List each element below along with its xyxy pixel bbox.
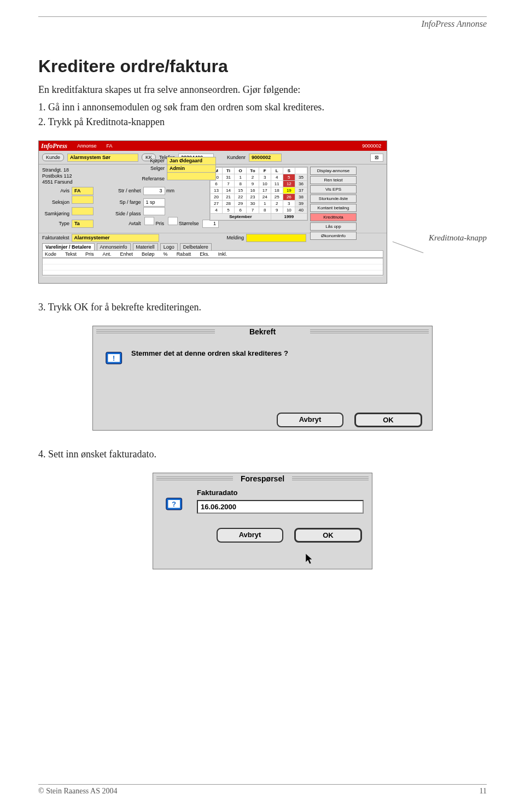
cursor-icon [306, 554, 314, 564]
date-calendar[interactable]: MTiOToFLS3031123453567891011123613141516… [209, 167, 308, 221]
ok-button[interactable]: OK [354, 413, 422, 427]
referanse-label: Referanse [132, 176, 165, 181]
str-field[interactable]: 3 [143, 187, 165, 195]
avis-field[interactable]: FA [72, 187, 94, 195]
question-icon: ? [164, 494, 186, 516]
kundenr-field[interactable]: 9000002 [249, 154, 282, 162]
type-field[interactable]: Ta [72, 220, 94, 228]
samkjoring-field[interactable] [72, 207, 94, 215]
kreditnota-button[interactable]: Kreditnota [310, 213, 357, 221]
melding-field[interactable] [246, 234, 306, 242]
sp-field[interactable]: 1 sp [143, 198, 165, 207]
fakturatekst-label: Fakturatekst [42, 235, 69, 240]
tab-annonseinfo[interactable]: Annonseinfo [97, 243, 131, 250]
samkjoring-label: Samkjøring [42, 211, 69, 216]
line-items-grid[interactable] [42, 258, 383, 275]
warning-icon: ! [104, 348, 126, 370]
bekreft-message: Stemmer det at denne ordren skal kredite… [131, 349, 288, 357]
col-belp: Beløp [142, 251, 155, 257]
side-label: Side / plass [108, 211, 141, 216]
col-tekst: Tekst [65, 251, 77, 257]
kunde-button[interactable]: Kunde [42, 154, 64, 161]
running-header: InfoPress Annonse [38, 19, 487, 29]
-konomiinfo-button[interactable]: Økonomiinfo [310, 232, 357, 240]
col-inkl: Inkl. [218, 251, 228, 257]
storrelse-checkbox[interactable] [168, 217, 178, 225]
sp-label: Sp / farge [108, 199, 141, 205]
kjoper-field[interactable]: Jan Ødegaard [167, 157, 216, 165]
fakturatekst-field[interactable]: Alarmsystemer [72, 234, 159, 242]
lookup-icon[interactable]: ⊠ [370, 154, 383, 162]
side-field[interactable] [143, 207, 165, 215]
ren-tekst-button[interactable]: Ren tekst [310, 176, 357, 184]
infopress-logo: InfoPress [41, 142, 67, 150]
seksjon-field[interactable] [72, 196, 94, 204]
fakturadato-input[interactable] [197, 500, 364, 514]
referanse-field[interactable] [167, 172, 216, 180]
type-label: Type [42, 221, 69, 226]
avbryt-button[interactable]: Avbryt [277, 413, 343, 427]
avbryt-button[interactable]: Avbryt [217, 528, 283, 543]
svg-text:!: ! [113, 355, 115, 362]
storrelse-check-label: Størrelse [179, 221, 199, 226]
str-unit: mm [166, 188, 174, 193]
selger-field[interactable]: Admin [167, 164, 216, 173]
col-pris: Pris [85, 251, 94, 257]
selger-label: Selger [132, 166, 165, 171]
avtalt-label: Avtalt [108, 221, 141, 226]
avis-label: Avis [42, 188, 69, 193]
bekreft-dialog: Bekreft ! Stemmer det at denne ordren sk… [92, 326, 433, 431]
vis-eps-button[interactable]: Vis EPS [310, 185, 357, 193]
footer-copyright: © Stein Raaness AS 2004 [38, 787, 117, 796]
kontant-betaling-button[interactable]: Kontant betaling [310, 204, 357, 212]
kunde-field[interactable]: Alarmsystem Sør [67, 154, 138, 162]
step-3: 3. Trykk OK for å bekrefte krediteringen… [38, 300, 487, 315]
pris-checkbox[interactable] [144, 217, 154, 225]
fakturadato-label: Fakturadato [197, 489, 361, 497]
step-4: 4. Sett inn ønsket fakturadato. [38, 447, 487, 462]
seksjon-label: Seksjon [42, 199, 69, 205]
foresporsel-dialog: Forespørsel ? Fakturadato Avbryt OK [153, 473, 372, 569]
ok-button[interactable]: OK [294, 528, 362, 543]
storkunde-liste-button[interactable]: Storkunde-liste [310, 195, 357, 203]
col-kode: Kode [45, 251, 56, 257]
order-number: 9000002 [362, 143, 381, 149]
svg-text:?: ? [172, 501, 176, 508]
bekreft-title: Bekreft [93, 326, 432, 337]
foresporsel-title: Forespørsel [153, 473, 372, 484]
step-1: 1. Gå inn i annonsemodulen og søk fram d… [38, 100, 487, 115]
tab-varelinjer-betalere[interactable]: Varelinjer / Betalere [42, 243, 95, 250]
window-title-annonse: Annonse [77, 143, 97, 149]
col-eks: Eks. [200, 251, 209, 257]
l-s-opp-button[interactable]: Lås opp [310, 222, 357, 231]
col-enhet: Enhet [120, 251, 133, 257]
intro-text: En kreditfaktura skapes ut fra selve ann… [38, 84, 487, 96]
melding-label: Melding [227, 235, 244, 240]
annonse-window: InfoPress Annonse FA 9000002 Kunde Alarm… [38, 140, 387, 284]
section-heading: Kreditere ordre/faktura [38, 56, 487, 77]
footer-page-number: 11 [480, 787, 487, 796]
str-label: Str / enhet [108, 188, 141, 193]
col-: % [164, 251, 168, 257]
window-title-fa: FA [107, 143, 113, 149]
kjoper-label: Kjøper [132, 158, 165, 163]
kundenr-label: Kundenr [227, 155, 246, 160]
annotation-kreditnota: Kreditnota-knapp [429, 233, 487, 243]
step-2: 2. Trykk på Kreditnota-knappen [38, 115, 487, 130]
display-annonse-button[interactable]: Display-annonse [310, 167, 357, 175]
col-ant: Ant. [103, 251, 112, 257]
tab-delbetalere[interactable]: Delbetalere [180, 243, 212, 250]
tab-logo[interactable]: Logo [160, 243, 178, 250]
col-rabatt: Rabatt [177, 251, 191, 257]
pris-check-label: Pris [156, 221, 165, 226]
tab-materiell[interactable]: Materiell [133, 243, 158, 250]
